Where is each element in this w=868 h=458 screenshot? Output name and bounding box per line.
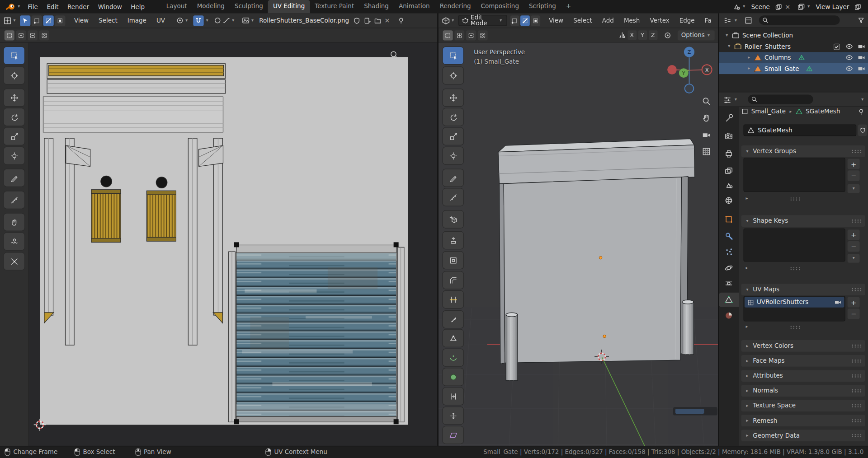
menu-edit[interactable]: Edit [42,2,63,11]
camera-icon[interactable] [834,299,841,306]
tab-view-layer[interactable] [725,167,733,175]
edge-select-mode-button[interactable] [43,15,54,26]
navigation-gizmo[interactable]: X Y Z [667,47,712,93]
drag-dots-icon[interactable] [851,374,861,378]
eye-icon[interactable] [845,54,853,61]
view-layer-selector[interactable]: View Layer [797,3,861,10]
tab-animation[interactable]: Animation [394,0,435,13]
panel-header-shape-keys[interactable]: Shape Keys [741,215,865,227]
mode-dropdown[interactable]: Edit Mode [458,15,507,26]
uv-canvas[interactable] [0,42,437,446]
camera-view-icon[interactable] [702,131,711,140]
tab-modeling[interactable]: Modeling [192,0,230,13]
tab-object-data[interactable] [725,295,733,304]
tool-smooth[interactable] [443,369,463,386]
menu-render[interactable]: Render [63,2,94,11]
properties-search[interactable] [748,94,813,104]
tool-rotate[interactable] [4,108,24,126]
drag-dots-icon[interactable] [790,197,800,201]
mesh-name-field[interactable]: SGateMesh [743,125,856,136]
tool-cursor[interactable] [443,67,463,84]
select-mode-difference-button[interactable] [478,30,488,40]
tab-tool[interactable] [725,113,733,122]
properties-editor-icon[interactable] [723,95,731,103]
remove-uv-map-button[interactable] [848,308,860,319]
face-select-mode-button[interactable] [55,15,65,26]
disclosure-icon[interactable] [725,33,729,37]
open-image-folder-icon[interactable] [374,17,382,24]
pivot-point-button[interactable] [176,17,189,24]
panel-header-vertex-groups[interactable]: Vertex Groups [741,145,865,157]
outliner-row-small-gate[interactable]: Small_Gate [719,63,868,74]
drag-dots-icon[interactable] [790,325,800,329]
uv-menu-image[interactable]: Image [123,16,151,25]
menu-file[interactable]: File [23,2,42,11]
tool-move[interactable] [4,89,24,106]
mirror-x-button[interactable]: X [627,30,637,40]
tool-transform[interactable] [443,147,463,164]
tool-add-cube[interactable] [443,211,463,228]
proportional-editing-icon[interactable] [664,31,671,39]
vp-menu-select[interactable]: Select [569,16,596,25]
tool-annotate[interactable] [4,169,24,187]
new-view-layer-icon[interactable] [854,3,861,10]
select-mode-extend-button[interactable] [454,30,464,40]
camera-icon[interactable] [858,65,865,72]
pin-id-icon[interactable] [858,108,865,116]
tool-edge-slide[interactable] [443,388,463,405]
tool-relax[interactable] [4,233,24,250]
select-mode-subtract-button[interactable] [28,30,38,40]
tab-rendering[interactable]: Rendering [435,0,476,13]
tab-output[interactable] [725,150,733,158]
mirror-y-button[interactable]: Y [638,30,647,40]
select-mode-set-button[interactable] [5,30,14,40]
viewport-scene[interactable]: X Y Z User Perspective (1) Small_Gate [439,42,719,446]
face-select-mode-button[interactable] [531,15,540,26]
tab-particles[interactable] [725,248,733,256]
outliner-row-roller-shutters[interactable]: Roller_Shutters [719,41,868,52]
editor-type-button[interactable] [442,16,455,24]
panel-header-remesh[interactable]: Remesh [741,415,865,426]
fake-user-button[interactable] [858,125,867,136]
disclosure-icon[interactable] [747,66,751,71]
select-mode-difference-button[interactable] [39,30,49,40]
select-mode-set-button[interactable] [443,30,453,40]
tab-world[interactable] [725,196,733,205]
tool-annotate[interactable] [443,169,463,187]
uv-menu-select[interactable]: Select [94,16,122,25]
vertex-select-mode-button[interactable] [32,15,42,26]
outliner-editor-icon[interactable] [723,16,731,24]
tool-poly-build[interactable] [443,330,463,347]
vp-menu-add[interactable]: Add [598,16,618,25]
tool-knife[interactable] [443,311,463,328]
tool-cursor[interactable] [4,67,24,84]
panel-header-geometry-data[interactable]: Geometry Data [741,430,865,441]
outliner-row-scene-collection[interactable]: Scene Collection [719,30,868,41]
camera-icon[interactable] [858,42,865,50]
select-mode-subtract-button[interactable] [466,30,476,40]
zoom-icon[interactable] [702,97,711,106]
tab-uv-editing[interactable]: UV Editing [268,0,310,13]
panel-header-vertex-colors[interactable]: Vertex Colors [741,340,865,352]
tool-measure[interactable] [443,189,463,206]
falloff-button[interactable] [222,17,235,24]
drag-dots-icon[interactable] [851,344,861,348]
drag-dots-icon[interactable] [851,434,861,438]
tab-physics[interactable] [725,264,733,272]
vp-menu-mesh[interactable]: Mesh [619,16,644,25]
mirror-z-button[interactable]: Z [649,30,658,40]
panel-header-attributes[interactable]: Attributes [741,370,865,382]
tab-material[interactable] [725,311,733,319]
uv-menu-uv[interactable]: UV [152,16,170,25]
new-image-icon[interactable] [364,17,371,24]
fake-user-shield-icon[interactable] [354,17,361,24]
image-name[interactable]: RollerShutters_BaseColor.png [256,18,352,23]
vertex-select-mode-button[interactable] [510,15,519,26]
eye-icon[interactable] [845,42,853,50]
drag-dots-icon[interactable] [790,266,800,271]
options-dropdown[interactable]: Options [677,30,715,40]
vp-menu-face[interactable]: Fa [700,16,716,25]
tab-texture-paint[interactable]: Texture Paint [310,0,359,13]
drag-dots-icon[interactable] [851,219,861,223]
drag-dots-icon[interactable] [851,150,861,154]
